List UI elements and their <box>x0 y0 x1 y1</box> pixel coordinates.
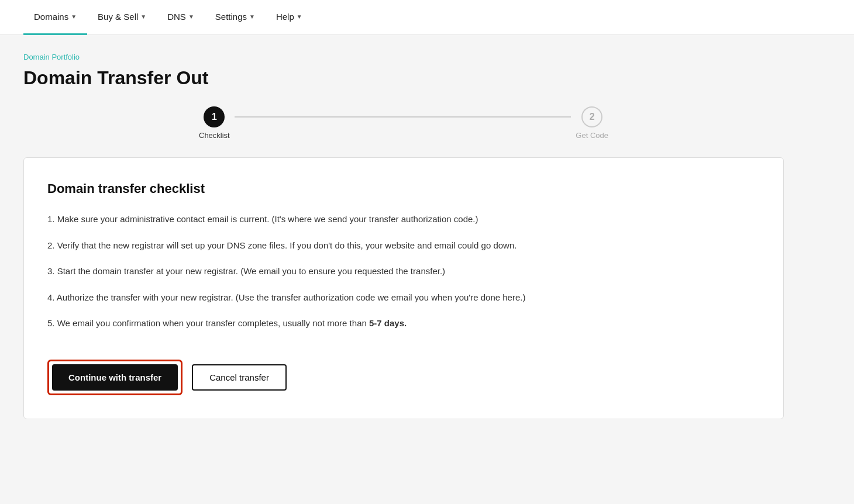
item-3-text: 3. Start the domain transfer at your new… <box>47 266 445 276</box>
card-title: Domain transfer checklist <box>47 181 760 196</box>
step-2-circle: 2 <box>581 106 602 127</box>
page-content: Domain Portfolio Domain Transfer Out 1 C… <box>0 35 807 437</box>
nav-item-help[interactable]: Help ▼ <box>266 0 313 35</box>
chevron-down-icon: ▼ <box>71 13 77 20</box>
item-1-text: 1. Make sure your administrative contact… <box>47 214 478 224</box>
nav-item-settings[interactable]: Settings ▼ <box>205 0 266 35</box>
list-item: 4. Authorize the transfer with your new … <box>47 291 760 305</box>
nav-item-buy-sell[interactable]: Buy & Sell ▼ <box>87 0 157 35</box>
step-1-label: Checklist <box>199 131 230 140</box>
navigation: Domains ▼ Buy & Sell ▼ DNS ▼ Settings ▼ … <box>0 0 854 35</box>
cancel-transfer-button[interactable]: Cancel transfer <box>192 364 287 391</box>
nav-label-dns: DNS <box>167 12 186 22</box>
item-5-text: 5. We email you confirmation when your t… <box>47 318 407 328</box>
nav-label-help: Help <box>276 12 294 22</box>
list-item: 1. Make sure your administrative contact… <box>47 213 760 226</box>
chevron-down-icon: ▼ <box>297 13 302 20</box>
checklist: 1. Make sure your administrative contact… <box>47 213 760 330</box>
step-line <box>235 116 571 118</box>
list-item: 3. Start the domain transfer at your new… <box>47 265 760 278</box>
stepper: 1 Checklist 2 Get Code <box>199 106 608 140</box>
breadcrumb[interactable]: Domain Portfolio <box>23 53 784 61</box>
page-title: Domain Transfer Out <box>23 67 784 89</box>
list-item: 5. We email you confirmation when your t… <box>47 317 760 330</box>
step-1: 1 Checklist <box>199 106 230 140</box>
nav-item-dns[interactable]: DNS ▼ <box>157 0 205 35</box>
item-4-text: 4. Authorize the transfer with your new … <box>47 292 525 302</box>
chevron-down-icon: ▼ <box>188 13 194 20</box>
chevron-down-icon: ▼ <box>249 13 255 20</box>
continue-with-transfer-button[interactable]: Continue with transfer <box>52 364 178 391</box>
nav-item-domains[interactable]: Domains ▼ <box>23 0 87 35</box>
checklist-card: Domain transfer checklist 1. Make sure y… <box>23 157 784 419</box>
step-1-circle: 1 <box>204 106 225 127</box>
item-2-text: 2. Verify that the new registrar will se… <box>47 240 516 250</box>
continue-button-highlight: Continue with transfer <box>47 360 182 395</box>
nav-label-settings: Settings <box>215 12 247 22</box>
nav-label-buy-sell: Buy & Sell <box>98 12 138 22</box>
chevron-down-icon: ▼ <box>140 13 146 20</box>
step-2: 2 Get Code <box>576 106 608 140</box>
button-row: Continue with transfer Cancel transfer <box>47 360 760 395</box>
list-item: 2. Verify that the new registrar will se… <box>47 239 760 253</box>
nav-label-domains: Domains <box>34 12 68 22</box>
step-2-label: Get Code <box>576 131 608 140</box>
